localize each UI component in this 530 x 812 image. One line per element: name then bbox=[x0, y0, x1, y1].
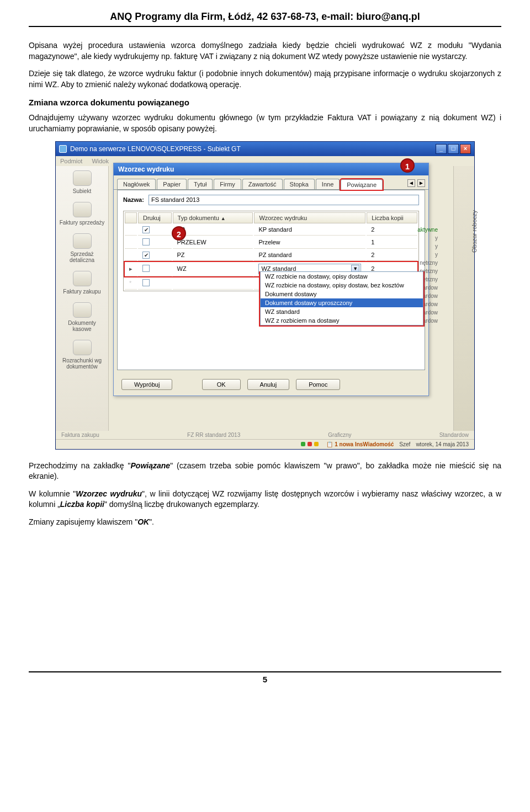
btn-pomoc[interactable]: Pomoc bbox=[296, 379, 340, 390]
col-drukuj[interactable]: Drukuj bbox=[138, 212, 172, 223]
para-4: Przechodzimy na zakładkę "Powiązane" (cz… bbox=[29, 461, 501, 482]
callout-1: 1 bbox=[400, 158, 415, 173]
btn-wyprobuj[interactable]: Wypróbuj bbox=[121, 379, 172, 390]
close-button[interactable]: × bbox=[460, 144, 471, 154]
dd-item[interactable]: Dokument dostawy bbox=[261, 290, 423, 298]
dialog-title: Wzorzec wydruku bbox=[114, 163, 428, 175]
checkbox[interactable] bbox=[142, 279, 150, 286]
tab-scroll-right[interactable]: ► bbox=[417, 179, 425, 187]
tab-papier[interactable]: Papier bbox=[157, 179, 187, 189]
statusbar: 📋 1 nowa InsWiadomość Szef wtorek, 14 ma… bbox=[56, 439, 474, 449]
tab-scroll-left[interactable]: ◄ bbox=[407, 179, 415, 187]
checkbox[interactable] bbox=[142, 252, 150, 259]
page-header: ANQ Programy dla Firm, Łódź, 42 637-68-7… bbox=[29, 11, 501, 27]
btn-anuluj[interactable]: Anuluj bbox=[247, 379, 290, 390]
table-row[interactable]: KP KP standard 2 bbox=[125, 225, 417, 236]
dd-item[interactable]: WZ z rozbiciem na dostawy bbox=[261, 316, 423, 325]
dialog-wzorzec-wydruku: Wzorzec wydruku Nagłówek Papier Tytuł Fi… bbox=[113, 163, 429, 396]
tab-powiazane[interactable]: Powiązane bbox=[341, 179, 383, 190]
app-window: Demo na serwerze LENOVO\SQLEXPRESS - Sub… bbox=[55, 141, 475, 450]
para-5: W kolumnie "Wzorzec wydruku", w linii do… bbox=[29, 489, 501, 510]
btn-ok[interactable]: OK bbox=[202, 379, 241, 390]
checkbox[interactable] bbox=[142, 265, 150, 272]
status-user: Szef bbox=[399, 441, 410, 447]
nav-faktury-sprzedazy[interactable]: Faktury sprzedaży bbox=[58, 202, 106, 226]
page-footer: 5 bbox=[29, 671, 501, 684]
nav-dokumenty-kasowe[interactable]: Dokumenty kasowe bbox=[58, 302, 106, 332]
nav-sprzedaz-detaliczna[interactable]: Sprzedaż detaliczna bbox=[58, 233, 106, 263]
minimize-button[interactable]: _ bbox=[436, 144, 447, 154]
left-nav: Subiekt Faktury sprzedaży Sprzedaż detal… bbox=[56, 166, 109, 431]
tab-tytul[interactable]: Tytuł bbox=[188, 179, 213, 189]
tab-zawartosc[interactable]: Zawartość bbox=[242, 179, 283, 189]
status-date: wtorek, 14 maja 2013 bbox=[416, 441, 469, 447]
table-row[interactable]: PRZELEW Przelew 1 bbox=[125, 237, 417, 249]
col-liczba[interactable]: Liczba kopii bbox=[367, 212, 417, 223]
para-2: Dzieje się tak dlatego, że wzorce wydruk… bbox=[29, 68, 501, 90]
right-sidebar-label: Obszar roboczy bbox=[471, 210, 478, 253]
menu-podmiot[interactable]: Podmiot bbox=[60, 158, 82, 164]
maximize-button[interactable]: □ bbox=[448, 144, 459, 154]
bg-row: Faktura zakupu FZ RR standard 2013 Grafi… bbox=[56, 431, 474, 439]
status-news[interactable]: 📋 1 nowa InsWiadomość bbox=[326, 441, 394, 447]
dd-item[interactable]: WZ rozbicie na dostawy, opisy dostaw bbox=[261, 272, 423, 281]
nav-faktury-zakupu[interactable]: Faktury zakupu bbox=[58, 271, 106, 295]
titlebar-text: Demo na serwerze LENOVO\SQLEXPRESS - Sub… bbox=[70, 145, 241, 153]
para-3: Odnajdujemy używany wzorzec wydruku doku… bbox=[29, 113, 501, 134]
checkbox[interactable] bbox=[142, 226, 150, 233]
checkbox[interactable] bbox=[142, 238, 150, 245]
section-heading: Zmiana wzorca dokumentu powiązanego bbox=[29, 98, 501, 107]
right-sidebar[interactable]: Obszar roboczy bbox=[453, 166, 474, 431]
screenshot-region: Demo na serwerze LENOVO\SQLEXPRESS - Sub… bbox=[29, 141, 501, 450]
dd-item[interactable]: WZ standard bbox=[261, 307, 423, 316]
callout-2: 2 bbox=[172, 226, 186, 241]
tab-inne[interactable]: Inne bbox=[316, 179, 340, 189]
dialog-buttons: Wypróbuj OK Anuluj Pomoc bbox=[114, 373, 428, 396]
menu-widok[interactable]: Widok bbox=[92, 158, 109, 164]
input-nazwa[interactable] bbox=[149, 195, 419, 205]
dd-item-selected[interactable]: Dokument dostawy uproszczony bbox=[261, 298, 423, 307]
dialog-body: Nazwa: 2 Drukuj bbox=[117, 190, 425, 370]
table-row[interactable]: PZ PZ standard 2 bbox=[125, 250, 417, 261]
dropdown-wzorzec[interactable]: WZ rozbicie na dostawy, opisy dostaw WZ … bbox=[259, 271, 425, 327]
center-area: 1 Wzorzec wydruku Nagłówek Papier Tytuł … bbox=[109, 166, 453, 431]
app-icon bbox=[59, 145, 67, 153]
para-1: Opisana wyżej procedura ustawienia wzorc… bbox=[29, 40, 501, 62]
tab-firmy[interactable]: Firmy bbox=[214, 179, 241, 189]
nav-subiekt[interactable]: Subiekt bbox=[58, 170, 106, 194]
col-typ[interactable]: Typ dokumentu ▲ bbox=[173, 212, 253, 223]
tab-naglowek[interactable]: Nagłówek bbox=[117, 179, 156, 189]
dd-item[interactable]: WZ rozbicie na dostawy, opisy dostaw, be… bbox=[261, 281, 423, 290]
col-wzorzec[interactable]: Wzorzec wydruku bbox=[254, 212, 365, 223]
titlebar: Demo na serwerze LENOVO\SQLEXPRESS - Sub… bbox=[56, 142, 474, 156]
nav-rozrachunki[interactable]: Rozrachunki wg dokumentów bbox=[58, 340, 106, 370]
dialog-tabs: Nagłówek Papier Tytuł Firmy Zawartość St… bbox=[114, 175, 428, 190]
label-nazwa: Nazwa: bbox=[123, 196, 144, 203]
tab-stopka[interactable]: Stopka bbox=[284, 179, 315, 189]
para-6: Zmiany zapisujemy klawiszem "OK". bbox=[29, 517, 501, 528]
